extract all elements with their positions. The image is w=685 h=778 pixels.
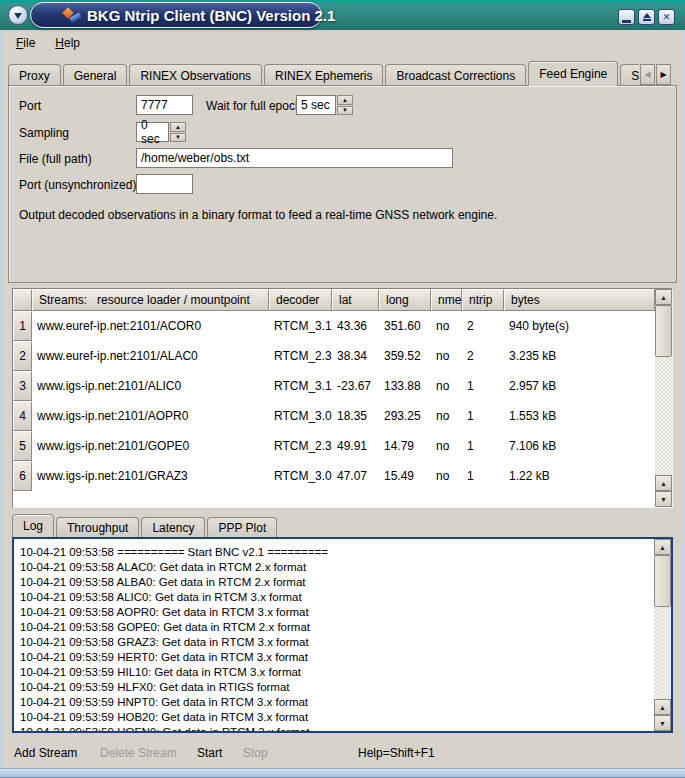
cell-mountpoint: www.euref-ip.net:2101/ALAC0: [32, 341, 269, 371]
log-line: 10-04-21 09:53:58 AOPR0: Get data in RTC…: [20, 605, 654, 620]
cell-mountpoint: www.igs-ip.net:2101/ALIC0: [32, 371, 269, 401]
scrollbar-track[interactable]: [654, 607, 671, 699]
delete-stream-button[interactable]: Delete Stream: [100, 746, 177, 760]
cell-decoder: RTCM_3.1: [269, 311, 332, 341]
close-button[interactable]: ✕: [658, 9, 675, 25]
scroll-up-button[interactable]: ▲: [655, 289, 672, 305]
cell-long: 351.60: [379, 311, 431, 341]
column-header[interactable]: nmea: [431, 289, 462, 311]
column-header[interactable]: bytes: [504, 289, 655, 311]
help-hint-label: Help=Shift+F1: [358, 746, 435, 760]
table-row[interactable]: 6www.igs-ip.net:2101/GRAZ3RTCM_3.047.071…: [13, 461, 655, 491]
cell-long: 133.88: [379, 371, 431, 401]
tab-rinex-observations[interactable]: RINEX Observations: [129, 64, 262, 86]
start-button[interactable]: Start: [197, 746, 222, 760]
log-tab-log[interactable]: Log: [12, 514, 54, 537]
wait-epoch-spinbox[interactable]: 5 sec ▲ ▼: [296, 95, 353, 115]
row-number-button[interactable]: 5: [13, 431, 32, 461]
cell-lat: -23.67: [332, 371, 379, 401]
cell-nmea: no: [431, 431, 462, 461]
tab-broadcast-corrections[interactable]: Broadcast Corrections: [385, 64, 526, 86]
scroll-down-icon: ▼: [659, 720, 666, 727]
stop-button[interactable]: Stop: [243, 746, 268, 760]
port-unsync-input[interactable]: [136, 174, 193, 194]
table-row[interactable]: 3www.igs-ip.net:2101/ALIC0RTCM_3.1-23.67…: [13, 371, 655, 401]
log-tabbar: LogThroughputLatencyPPP Plot: [12, 514, 279, 537]
log-tab-latency[interactable]: Latency: [141, 517, 205, 537]
tab-scroll-right-button[interactable]: ▶: [656, 64, 671, 85]
row-number-button[interactable]: 6: [13, 461, 32, 491]
table-row[interactable]: 5www.igs-ip.net:2101/GOPE0RTCM_2.349.911…: [13, 431, 655, 461]
cell-ntrip: 1: [462, 401, 504, 431]
tab-proxy[interactable]: Proxy: [8, 64, 61, 86]
menu-item-help[interactable]: Help: [51, 34, 84, 52]
file-path-input[interactable]: [136, 148, 453, 168]
scroll-down-button[interactable]: ▼: [654, 715, 671, 731]
log-tab-ppp-plot[interactable]: PPP Plot: [207, 517, 277, 537]
log-line: 10-04-21 09:53:59 HIL10: Get data in RTC…: [20, 665, 654, 680]
log-scrollbar[interactable]: ▲ ▲ ▼: [654, 539, 671, 731]
log-tab-throughput[interactable]: Throughput: [56, 517, 139, 537]
table-row[interactable]: 4www.igs-ip.net:2101/AOPR0RTCM_3.018.352…: [13, 401, 655, 431]
sampling-value[interactable]: 0 sec: [136, 122, 169, 142]
scrollbar-track[interactable]: [655, 357, 672, 475]
minimize-button[interactable]: [618, 9, 635, 25]
bnc-window: BKG Ntrip Client (BNC) Version 2.1 ✕ Fil…: [0, 0, 685, 778]
scroll-up-button[interactable]: ▲: [654, 539, 671, 555]
add-stream-button[interactable]: Add Stream: [14, 746, 77, 760]
port-unsync-label: Port (unsynchronized): [19, 178, 136, 192]
cell-lat: 38.34: [332, 341, 379, 371]
column-header[interactable]: long: [379, 289, 431, 311]
cell-long: 15.49: [379, 461, 431, 491]
log-area[interactable]: 10-04-21 09:53:58 ========== Start BNC v…: [12, 537, 673, 733]
port-input[interactable]: [136, 95, 193, 115]
spin-down-icon: ▼: [342, 107, 348, 113]
scrollbar-thumb[interactable]: [655, 305, 672, 357]
column-header[interactable]: ntrip: [462, 289, 504, 311]
titlebar[interactable]: BKG Ntrip Client (BNC) Version 2.1 ✕: [0, 0, 685, 30]
row-number-button[interactable]: 4: [13, 401, 32, 431]
log-line: 10-04-21 09:53:58 ALAC0: Get data in RTC…: [20, 560, 654, 575]
tab-serial-outp[interactable]: Serial Outp: [620, 64, 639, 86]
tab-feed-engine[interactable]: Feed Engine: [528, 61, 618, 86]
cell-bytes: 3.235 kB: [504, 341, 655, 371]
cell-bytes: 1.22 kB: [504, 461, 655, 491]
log-line: 10-04-21 09:53:59 HOB20: Get data in RTC…: [20, 710, 654, 725]
scroll-down-button[interactable]: ▼: [655, 491, 672, 507]
row-number-button[interactable]: 3: [13, 371, 32, 401]
tab-scroll-left-button[interactable]: ◀: [640, 64, 655, 85]
sampling-spin-down-button[interactable]: ▼: [170, 133, 186, 143]
table-row[interactable]: 1www.euref-ip.net:2101/ACOR0RTCM_3.143.3…: [13, 311, 655, 341]
cell-lat: 47.07: [332, 461, 379, 491]
window-menu-button[interactable]: [8, 5, 28, 25]
menu-item-file[interactable]: File: [12, 34, 39, 52]
cell-nmea: no: [431, 461, 462, 491]
menubar: FileHelp: [2, 30, 683, 56]
wait-epoch-spin-down-button[interactable]: ▼: [337, 106, 353, 116]
sampling-spin-up-button[interactable]: ▲: [170, 122, 186, 132]
wait-epoch-value[interactable]: 5 sec: [296, 95, 336, 115]
scroll-up-button-bottom[interactable]: ▲: [655, 475, 672, 491]
cell-lat: 18.35: [332, 401, 379, 431]
column-header[interactable]: decoder: [269, 289, 332, 311]
bnc-satellite-icon: [63, 8, 81, 23]
cell-decoder: RTCM_3.0: [269, 401, 332, 431]
log-lines: 10-04-21 09:53:58 ========== Start BNC v…: [14, 539, 654, 731]
row-number-button[interactable]: 1: [13, 311, 32, 341]
feed-engine-panel: Port Wait for full epoch 5 sec ▲ ▼ Sampl…: [8, 85, 677, 283]
column-header[interactable]: Streams: resource loader / mountpoint: [32, 289, 269, 311]
sampling-spinbox[interactable]: 0 sec ▲ ▼: [136, 122, 186, 142]
wait-epoch-spin-up-button[interactable]: ▲: [337, 95, 353, 105]
scroll-up-button-bottom[interactable]: ▲: [654, 699, 671, 715]
table-corner-button[interactable]: [13, 289, 32, 311]
tab-rinex-ephemeris[interactable]: RINEX Ephemeris: [264, 64, 383, 86]
table-row[interactable]: 2www.euref-ip.net:2101/ALAC0RTCM_2.338.3…: [13, 341, 655, 371]
maximize-button[interactable]: [638, 9, 655, 25]
row-number-button[interactable]: 2: [13, 341, 32, 371]
streams-scrollbar[interactable]: ▲ ▲ ▼: [655, 289, 672, 507]
scroll-up-icon: ▲: [660, 294, 667, 301]
tab-general[interactable]: General: [63, 64, 128, 86]
scrollbar-thumb[interactable]: [654, 555, 671, 607]
column-header[interactable]: lat: [332, 289, 379, 311]
log-line: 10-04-21 09:53:59 HNPT0: Get data in RTC…: [20, 695, 654, 710]
